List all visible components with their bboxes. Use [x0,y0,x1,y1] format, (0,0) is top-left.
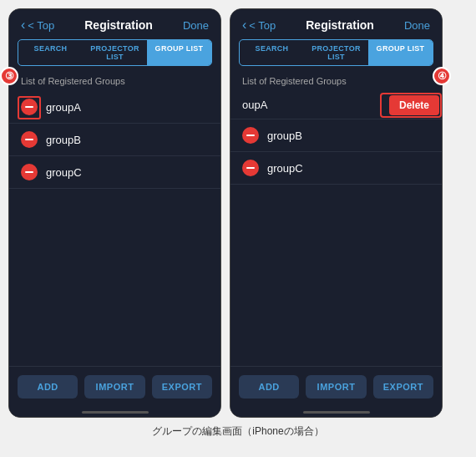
add-button-2[interactable]: ADD [239,375,299,399]
group-name-2c: groupC [267,162,430,175]
group-item-2b: groupB [230,119,442,152]
tab-search-2[interactable]: SEARCH [240,40,304,65]
tab-projector-2[interactable]: PROJECTOR LIST [304,40,368,65]
screen-1: ‹ < Top Registration Done SEARCH PROJECT… [8,8,221,418]
nav-bar-2: ‹ < Top Registration Done [230,9,442,39]
back-button-1[interactable]: ‹ < Top [21,18,54,33]
screen-2: ‹ < Top Registration Done SEARCH PROJECT… [230,8,443,418]
group-list-2: oupA Delete groupB groupC [230,91,442,366]
minus-icon-2b[interactable] [242,127,259,144]
group-name-1c: groupC [46,166,209,179]
nav-bar-1: ‹ < Top Registration Done [9,9,220,39]
delete-highlight: Delete [380,93,442,118]
group-list-1: groupA groupB groupC [9,91,220,366]
bottom-bar-2: ADD IMPORT EXPORT [230,366,442,407]
add-button-1[interactable]: ADD [18,375,78,399]
done-button-1[interactable]: Done [183,19,209,32]
tab-search-1[interactable]: SEARCH [18,40,83,65]
home-indicator-2 [230,407,442,417]
back-button-2[interactable]: ‹ < Top [242,18,276,33]
export-button-1[interactable]: EXPORT [152,375,212,399]
group-item-1c: groupC [9,156,220,189]
group-name-1b: groupB [46,134,209,146]
badge-4: ④ [433,67,451,85]
done-button-2[interactable]: Done [404,19,430,32]
group-item-2c: groupC [230,152,442,185]
home-indicator-bar-2 [303,411,370,414]
group-item-1a: groupA [9,91,220,124]
nav-title-2: Registration [306,18,374,32]
import-button-1[interactable]: IMPORT [84,375,144,399]
section-header-2: List of Registered Groups [230,73,442,91]
group-item-2a: oupA Delete [230,91,442,119]
minus-icon-2c[interactable] [242,160,259,176]
delete-button[interactable]: Delete [389,95,439,115]
export-button-2[interactable]: EXPORT [373,375,433,399]
minus-icon-1b[interactable] [21,131,38,148]
section-header-1: List of Registered Groups [9,73,220,91]
chevron-icon-1: ‹ [21,18,25,33]
minus-icon-1c[interactable] [21,164,38,180]
import-button-2[interactable]: IMPORT [306,375,366,399]
tab-grouplist-1[interactable]: GROUP LIST [147,40,211,65]
home-indicator-bar-1 [82,411,149,414]
minus-icon-1[interactable] [21,99,38,115]
group-name-1a: groupA [46,101,209,114]
group-item-1b: groupB [9,124,220,156]
chevron-icon-2: ‹ [242,18,246,33]
tab-bar-1: SEARCH PROJECTOR LIST GROUP LIST [18,39,212,66]
tab-projector-1[interactable]: PROJECTOR LIST [83,40,147,65]
group-name-2b: groupB [267,129,430,142]
caption: グループの編集画面（iPhoneの場合） [0,424,476,444]
home-indicator-1 [9,407,220,417]
back-label-2: < Top [249,19,276,32]
back-label-1: < Top [28,19,54,32]
badge-3: ③ [0,67,18,85]
nav-title-1: Registration [84,18,153,32]
bottom-bar-1: ADD IMPORT EXPORT [9,366,220,407]
tab-bar-2: SEARCH PROJECTOR LIST GROUP LIST [239,39,433,66]
tab-grouplist-2[interactable]: GROUP LIST [368,40,433,65]
